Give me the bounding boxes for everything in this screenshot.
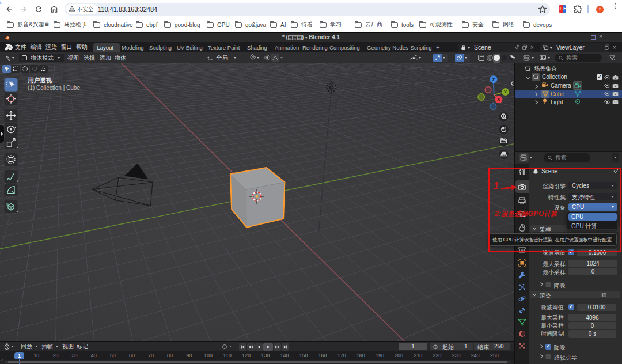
svg-text:用户透视: 用户透视	[27, 77, 52, 84]
svg-text:Z: Z	[492, 77, 495, 82]
svg-text:Y: Y	[504, 89, 507, 94]
svg-text:(1) Collection | Cube: (1) Collection | Cube	[28, 85, 80, 91]
svg-text:X: X	[497, 97, 500, 102]
